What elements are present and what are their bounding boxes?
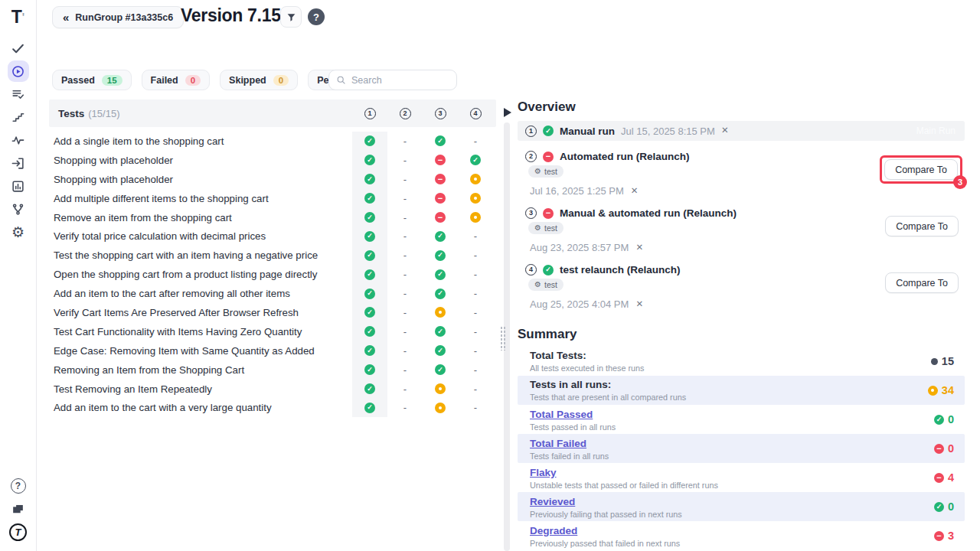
remove-run-icon[interactable]: ✕ bbox=[631, 187, 639, 196]
passed-status-icon: ✓ bbox=[934, 415, 944, 425]
status-cell-run-2: - bbox=[387, 246, 423, 265]
summary-description: Tests that are present in all compared r… bbox=[530, 393, 928, 402]
settings-gear-nav-icon[interactable]: ⚙ bbox=[0, 220, 37, 243]
summary-heading: Summary bbox=[518, 327, 965, 342]
passed-status-icon: ✓ bbox=[435, 269, 446, 280]
app-logo[interactable]: T' bbox=[11, 6, 24, 28]
skipped-status-icon bbox=[435, 403, 446, 413]
steps-nav-icon[interactable] bbox=[0, 106, 37, 129]
table-row[interactable]: Shopping with placeholder✓-− bbox=[49, 170, 496, 189]
summary-label: Tests in all runs: bbox=[530, 379, 928, 390]
filter-chip-passed[interactable]: Passed15 bbox=[52, 70, 132, 90]
help-button[interactable]: ? bbox=[308, 8, 325, 25]
runs-nav-icon[interactable] bbox=[0, 60, 37, 83]
brand-badge-icon[interactable]: T bbox=[0, 520, 37, 543]
summary-label[interactable]: Flaky bbox=[530, 467, 557, 478]
table-row[interactable]: Add multiple different items to the shop… bbox=[49, 189, 496, 208]
no-result-dash: - bbox=[403, 365, 407, 375]
panel-collapse-toggle-icon[interactable] bbox=[504, 108, 511, 117]
search-input[interactable] bbox=[351, 75, 475, 86]
status-cell-run-2: - bbox=[387, 322, 423, 341]
tutorial-highlight-frame: Compare To3 bbox=[880, 155, 962, 184]
test-name: Shopping with placeholder bbox=[49, 151, 352, 170]
app-window: T' ⚙ bbox=[0, 0, 980, 551]
table-row[interactable]: Shopping with placeholder✓-−✓ bbox=[49, 151, 496, 170]
no-result-dash: - bbox=[403, 403, 407, 412]
table-row[interactable]: Test Removing an Item Repeatedly✓-- bbox=[49, 380, 496, 399]
status-cell-run-2: - bbox=[387, 398, 423, 417]
search-box[interactable] bbox=[328, 70, 457, 90]
table-row[interactable]: Verify total price calculation with deci… bbox=[49, 227, 496, 246]
summary-label[interactable]: Revieved bbox=[530, 496, 575, 507]
docs-nav-icon[interactable] bbox=[0, 497, 37, 520]
panel-resize-grip[interactable] bbox=[500, 326, 506, 350]
summary-label[interactable]: Total Passed bbox=[530, 409, 593, 420]
table-row[interactable]: Test Cart Functionality with Items Havin… bbox=[49, 322, 496, 341]
passed-status-icon: ✓ bbox=[435, 231, 446, 242]
run-tag-badge[interactable]: ⚙test bbox=[528, 279, 564, 291]
summary-description: Tests failed in all runs bbox=[530, 452, 934, 461]
filter-button[interactable] bbox=[280, 6, 302, 28]
compare-button-wrap: Compare To bbox=[885, 272, 959, 293]
run-date: Jul 16, 2025 1:25 PM bbox=[530, 185, 624, 197]
no-result-dash: - bbox=[474, 365, 477, 375]
remove-run-icon[interactable]: ✕ bbox=[721, 126, 729, 135]
column-header-run-4: 4 bbox=[458, 108, 493, 119]
status-cell-run-4: - bbox=[458, 303, 493, 322]
summary-count: 15 bbox=[942, 355, 954, 367]
summary-row: RevievedPreviously failing that passed i… bbox=[518, 492, 965, 521]
summary-count: 34 bbox=[942, 384, 954, 396]
failed-status-icon: − bbox=[435, 174, 446, 184]
column-header-run-2: 2 bbox=[387, 108, 423, 119]
compare-to-button[interactable]: Compare To bbox=[885, 272, 959, 293]
status-cell-run-3: ✓ bbox=[423, 284, 458, 303]
remove-run-icon[interactable]: ✕ bbox=[635, 243, 643, 253]
summary-label[interactable]: Degraded bbox=[530, 525, 577, 536]
run-number-badge: 2 bbox=[525, 151, 537, 162]
help-nav-icon[interactable]: ? bbox=[0, 474, 37, 497]
checks-nav-icon[interactable] bbox=[0, 37, 37, 60]
status-cell-run-1: ✓ bbox=[352, 227, 387, 246]
table-row[interactable]: Add an item to the cart with a very larg… bbox=[49, 398, 496, 417]
summary-value: 34 bbox=[928, 384, 954, 396]
summary-row-text: Total FailedTests failed in all runs bbox=[530, 436, 934, 461]
status-cell-run-3: ✓ bbox=[423, 341, 458, 360]
no-result-dash: - bbox=[403, 213, 407, 223]
compare-to-button[interactable]: Compare To bbox=[884, 159, 958, 180]
run-tag-badge[interactable]: ⚙test bbox=[528, 165, 564, 178]
back-to-rungroup-button[interactable]: « RunGroup #13a335c6 bbox=[52, 6, 184, 28]
tag-gear-icon: ⚙ bbox=[534, 168, 541, 175]
status-cell-run-1: ✓ bbox=[352, 398, 387, 417]
run-tag-badge[interactable]: ⚙test bbox=[528, 222, 564, 234]
branches-nav-icon[interactable] bbox=[0, 197, 37, 220]
table-row[interactable]: Edge Case: Removing Item with Same Quant… bbox=[49, 341, 496, 360]
table-row[interactable]: Verify Cart Items Are Preserved After Br… bbox=[49, 303, 496, 322]
summary-label[interactable]: Total Failed bbox=[530, 438, 586, 449]
remove-run-icon[interactable]: ✕ bbox=[635, 300, 643, 309]
table-row[interactable]: Removing an Item from the Shopping Cart✓… bbox=[49, 360, 496, 380]
passed-status-icon: ✓ bbox=[364, 383, 375, 394]
analytics-pulse-nav-icon[interactable] bbox=[0, 129, 37, 152]
passed-status-icon: ✓ bbox=[435, 289, 446, 299]
summary-description: Previously passed that failed in next ru… bbox=[530, 539, 934, 548]
filter-chip-skipped[interactable]: Skipped0 bbox=[220, 70, 298, 90]
table-row[interactable]: Open the shopping cart from a product li… bbox=[49, 265, 496, 284]
table-row[interactable]: Add a single item to the shopping cart✓-… bbox=[49, 132, 496, 151]
status-cell-run-4 bbox=[458, 189, 493, 208]
run-name: Manual & automated run (Relaunch) bbox=[560, 207, 737, 219]
passed-status-icon: ✓ bbox=[364, 326, 375, 337]
import-nav-icon[interactable] bbox=[0, 152, 37, 174]
table-row[interactable]: Test the shopping cart with an item havi… bbox=[49, 246, 496, 265]
table-row[interactable]: Remove an item from the shopping cart✓-− bbox=[49, 208, 496, 227]
compare-to-button[interactable]: Compare To bbox=[885, 216, 959, 236]
status-cell-run-4: - bbox=[458, 265, 493, 284]
run-row: 2−Automated run (Relaunch)⚙testJul 16, 2… bbox=[518, 148, 965, 203]
back-button-label: RunGroup #13a335c6 bbox=[75, 12, 173, 23]
filter-chip-failed[interactable]: Failed0 bbox=[142, 70, 211, 90]
summary-count: 4 bbox=[948, 471, 954, 484]
reports-chart-nav-icon[interactable] bbox=[0, 174, 37, 197]
status-cell-run-1: ✓ bbox=[352, 170, 387, 189]
table-row[interactable]: Add an item to the cart after removing a… bbox=[49, 284, 496, 303]
test-plans-nav-icon[interactable] bbox=[0, 83, 37, 106]
summary-row-text: FlakyUnstable tests that passed or faile… bbox=[530, 465, 934, 491]
